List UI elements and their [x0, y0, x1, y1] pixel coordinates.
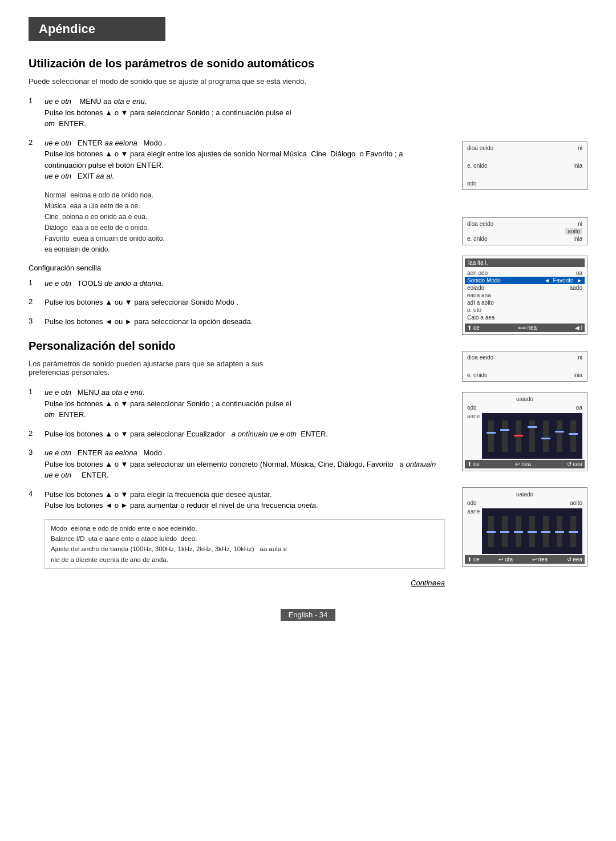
right-column: dioa eeidoni e. onidoinia odo dioa eeido…: [462, 96, 587, 587]
panel-sound-mode: iaa ita i. aen odooa Sonido Modo◄ Favori…: [462, 256, 587, 335]
eq-panel-1: uaiado odo oa aane: [462, 392, 587, 471]
modes-note: Normal eeiona e odo de onido noa. Música…: [44, 190, 445, 256]
panel-sound-2: dioa eeidoni aoito e. onidoinia: [462, 217, 587, 245]
step1-italic: ue e otn: [44, 97, 71, 106]
config-step-2: 2 Pulse los botones ▲ ou ▼ para seleccio…: [29, 297, 445, 308]
s2-step-3: 3 ue e otn ENTER aa eeiona Modo . Pulse …: [29, 447, 445, 481]
config-step-3: 3 Pulse los botones ◄ ou ► para seleccio…: [29, 316, 445, 327]
appendix-title: Apéndice: [39, 22, 155, 37]
section2-intro: Los parámetros de sonido pueden ajustars…: [29, 359, 445, 377]
final-note: Modo eeiona e odo de onido ente o aoe ed…: [44, 519, 445, 569]
appendix-header: Apéndice: [29, 17, 165, 41]
continua-link: Continøea: [411, 579, 445, 587]
section1-title: Utilización de los parámetros de sonido …: [29, 57, 587, 70]
page-number: English - 34: [281, 609, 336, 621]
panel3-header: iaa ita i.: [465, 258, 585, 267]
config-step-1: 1 ue e otn TOOLS de ando a ditania.: [29, 278, 445, 289]
s2-step-4: 4 Pulse los botones ▲ o ▼ para elegir la…: [29, 489, 445, 511]
section1-intro: Puede seleccionar el modo de sonido que …: [29, 77, 587, 86]
s2-step-2: 2 Pulse los botones ▲ o ▼ para seleccion…: [29, 428, 445, 440]
s2-step-1: 1 ue e otn MENU aa ota e enú. Pulse los …: [29, 387, 445, 420]
left-column: 1 ue e otn MENU aa ota e enú. Pulse los …: [29, 96, 445, 587]
panel-sound-1: dioa eeidoni e. onidoinia odo: [462, 141, 587, 190]
footer: English - 34: [29, 604, 587, 621]
section2-title: Personalización del sonido: [29, 339, 445, 353]
step-1-2: 2 ue e otn ENTER aa eeiona Modo . Pulse …: [29, 138, 445, 182]
step-1-1: 1 ue e otn MENU aa ota e enú. Pulse los …: [29, 96, 445, 130]
panel3-bottom: ⬆ oe ⟺ nea ◀ i: [465, 324, 585, 332]
panel-sound-3: dioa eeidoni e. onidoinia: [462, 351, 587, 382]
config-label: Configuración sencilla: [29, 264, 445, 272]
eq-panel-2: uaiado odo aoito aane: [462, 487, 587, 567]
